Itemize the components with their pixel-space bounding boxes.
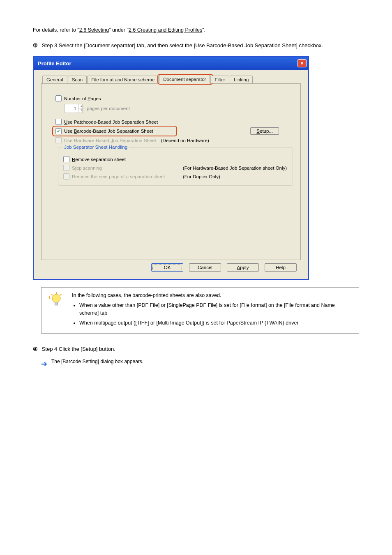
hint-box: In the following cases, the barcode-prin… [41,287,359,334]
dialog-button-row: OK Cancel Apply Help [41,260,301,276]
ok-button[interactable]: OK [151,263,183,272]
svg-line-4 [60,294,62,296]
step4-number: ④ [33,346,38,352]
pages-per-document-label: pages per document [87,106,130,111]
remove-next-label: Remove the next page of a separation she… [72,174,178,179]
hardware-checkbox [55,137,62,143]
pages-spinner[interactable]: ▲▼ [65,104,83,113]
stop-scanning-checkbox [63,165,69,171]
close-icon[interactable]: × [297,59,307,67]
dialog-titlebar: Profile Editor × [34,57,308,70]
hardware-hint: (Depend on Hardware) [161,138,209,143]
step4-text: Step 4 Click the [Setup] button. [42,346,115,352]
tab-strip: General Scan File format and Name scheme… [41,75,301,84]
separator-handling-legend: Job Separator Sheet Handling [62,145,129,150]
svg-rect-1 [55,302,58,305]
patchcode-label: Use Patchcode-Based Job Separation Sheet [64,120,158,124]
tab-linking[interactable]: Linking [230,76,253,83]
apply-button[interactable]: Apply [227,263,259,272]
cancel-button[interactable]: Cancel [189,263,221,272]
barcode-label: Use Barcode-Based Job Separation Sheet [64,129,153,134]
hint-line1: In the following cases, the barcode-prin… [72,292,353,299]
hardware-label: Use Hardware-Based Job Separation Sheet [64,138,156,143]
link-creating-profiles[interactable]: 2.6 Creating and Editing Profiles [129,27,202,33]
tab-file-format[interactable]: File format and Name scheme [87,76,159,83]
svg-point-0 [52,295,60,303]
number-of-pages-checkbox[interactable] [55,95,62,101]
tab-scan[interactable]: Scan [68,76,87,83]
profile-editor-dialog: Profile Editor × General Scan File forma… [33,56,309,280]
link-selecting[interactable]: 2.6 Selecting [79,27,109,33]
stop-scanning-hint: (For Hardware-Based Job Separation sheet… [183,166,287,170]
tab-filter[interactable]: Filter [210,76,229,83]
tab-general[interactable]: General [42,76,67,83]
separator-handling-fieldset: Job Separator Sheet Handling Remove sepa… [58,147,293,186]
help-button[interactable]: Help [265,263,297,272]
lightbulb-icon [47,291,65,311]
number-of-pages-label: Number of Pages [64,96,101,101]
hint-li2: When multipage output ([TIFF] or [Multi … [79,319,353,327]
step4-result: The [Barcode Setting] dialog box appears… [51,359,143,364]
step3-number: ③ [33,42,38,48]
pages-spinner-input[interactable] [65,104,78,113]
spinner-down-icon[interactable]: ▼ [78,108,84,112]
patchcode-checkbox[interactable] [55,119,62,125]
spinner-up-icon[interactable]: ▲ [78,104,84,108]
hint-li1: When a value other than [PDF File] or [S… [79,302,353,316]
remove-sheet-label: Remove separation sheet [72,157,126,162]
tab-content: Number of Pages ▲▼ pages per document Us… [41,84,301,260]
setup-button[interactable]: Setup... [250,127,279,135]
step3-heading: ③ Step 3 Select the [Document separator]… [33,41,359,50]
intro-ref-line: For details, refer to "2.6 Selecting" un… [33,26,359,34]
arrow-right-icon: ➔ [41,359,47,368]
remove-next-checkbox [63,173,69,180]
remove-next-hint: (For Duplex Only) [183,174,220,179]
stop-scanning-label: Stop scanning [72,166,178,170]
dialog-title: Profile Editor [38,60,71,67]
step4-result-row: ➔ The [Barcode Setting] dialog box appea… [41,355,392,368]
barcode-checkbox[interactable] [55,128,62,134]
tab-document-separator[interactable]: Document separator [159,75,210,84]
svg-line-3 [51,294,53,296]
remove-sheet-checkbox[interactable] [63,156,69,162]
step4-row: ④ Step 4 Click the [Setup] button. [33,346,392,352]
